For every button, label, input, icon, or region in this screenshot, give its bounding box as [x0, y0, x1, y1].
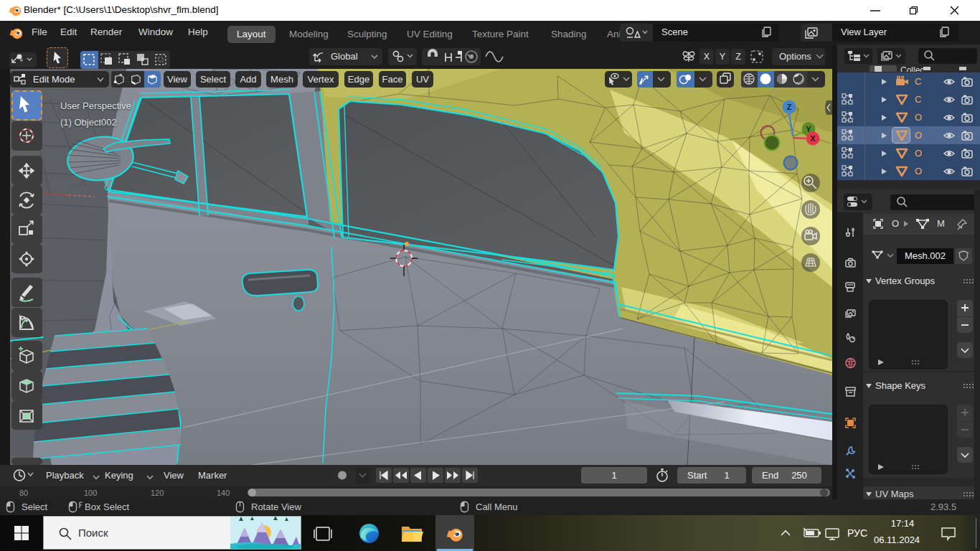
svg-text:X: X [810, 134, 816, 143]
svg-text:Z: Z [787, 103, 792, 111]
